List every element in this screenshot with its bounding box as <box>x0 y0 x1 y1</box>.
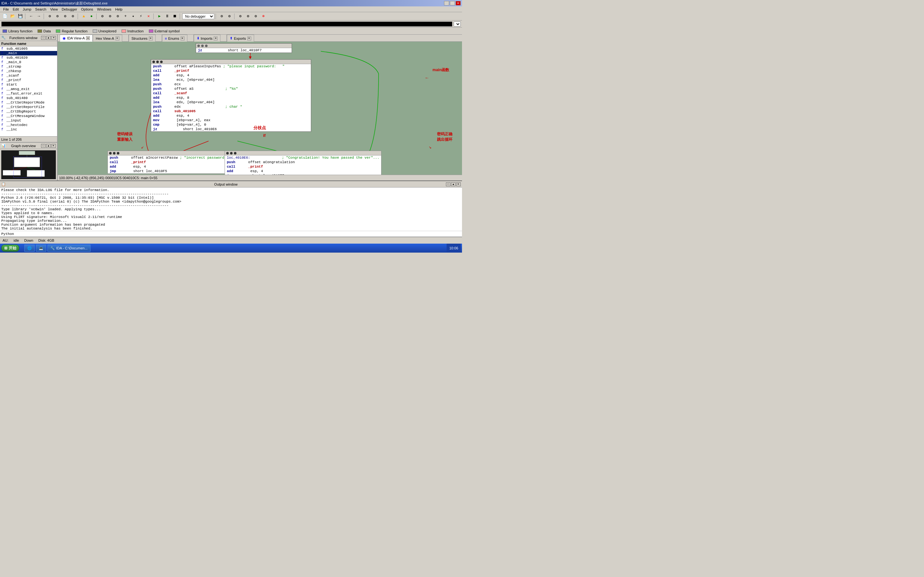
output-float-btn[interactable]: □ <box>446 182 451 186</box>
maximize-button[interactable]: □ <box>450 1 455 5</box>
func-item-crtsetreportfile[interactable]: f __CrtSetReportFile <box>0 105 57 109</box>
minimize-button[interactable]: _ <box>444 1 449 5</box>
func-item-inc[interactable]: f __inc <box>0 127 57 132</box>
tab-exports[interactable]: ⬆ Exports ✕ <box>227 35 254 42</box>
toolbar-btn3[interactable]: ⚙ <box>46 13 53 20</box>
taskbar-item-ida[interactable]: 🔧 IDA - C:\Documen... <box>47 245 90 251</box>
func-item-fasterror[interactable]: f __fast_error_exit <box>0 91 57 96</box>
toolbar-btn6[interactable]: ⚙ <box>69 13 76 20</box>
tab-close-enums[interactable]: ✕ <box>181 37 184 40</box>
menu-file[interactable]: File <box>1 7 11 12</box>
func-item-chkesp[interactable]: f _chkesp <box>0 69 57 73</box>
debugger-select[interactable]: No debugger <box>182 13 214 19</box>
func-item-sub401005[interactable]: f sub_401005 <box>0 47 57 51</box>
func-item-scanf[interactable]: f _scanf <box>0 73 57 78</box>
nav-select[interactable] <box>454 21 461 27</box>
output-input[interactable] <box>15 232 461 236</box>
c10: ; char * <box>181 105 242 109</box>
toolbar-pause[interactable]: ⏸ <box>164 13 171 20</box>
toolbar-btn16[interactable]: ⚙ <box>218 13 225 20</box>
func-item-start[interactable]: f start <box>0 82 57 87</box>
tab-ida-view-a[interactable]: ◉ IDA View-A ✕ <box>60 35 93 42</box>
o7: _scanf <box>172 91 187 95</box>
tab-close-struct[interactable]: ✕ <box>149 37 153 40</box>
toolbar-btn12[interactable]: + <box>122 13 129 20</box>
graph-float-btn[interactable]: □ <box>41 144 45 148</box>
func-item-sub401480[interactable]: f sub_401480 <box>0 96 57 100</box>
asm-line-r2: call _printf <box>225 164 381 169</box>
toolbar-btn7[interactable]: ▲ <box>80 13 87 20</box>
func-item-crtdbgreport[interactable]: f __CrtDbgReport <box>0 109 57 114</box>
legend-external-label: External symbol <box>155 29 180 33</box>
menu-options[interactable]: Options <box>79 7 95 12</box>
menu-edit[interactable]: Edit <box>11 7 21 12</box>
tab-structures[interactable]: Structures ✕ <box>129 35 156 42</box>
m6: push <box>153 87 172 91</box>
tab-enums[interactable]: ≡ Enums ✕ <box>162 35 187 42</box>
toolbar-play[interactable]: ▶ <box>156 13 163 20</box>
func-item-hextodec[interactable]: f __hextodec <box>0 123 57 127</box>
func-item-input[interactable]: f __input <box>0 118 57 123</box>
toolbar-btn14[interactable]: ⚡ <box>137 13 144 20</box>
output-max-btn[interactable]: ▲ <box>451 182 456 186</box>
toolbar-back[interactable]: ← <box>27 13 35 20</box>
panel-float-btn[interactable]: □ <box>41 36 45 40</box>
toolbar-btn11[interactable]: ⚙ <box>114 13 121 20</box>
toolbar-btn8[interactable]: ● <box>88 13 95 20</box>
nav-input[interactable] <box>1 21 452 27</box>
start-button[interactable]: ⊞ 开始 <box>1 245 19 251</box>
asm-line-r1: push offset aCongratulation <box>225 160 381 164</box>
tab-imports[interactable]: ⬇ Imports ✕ <box>194 35 221 42</box>
func-item-amsg[interactable]: f __amsg_exit <box>0 87 57 91</box>
toolbar-btn20[interactable]: ⚙ <box>252 13 259 20</box>
graph-max-btn[interactable]: ▲ <box>46 144 51 148</box>
func-item-printf[interactable]: f _printf <box>0 78 57 82</box>
tab-hex-view-a[interactable]: Hex View-A ✕ <box>93 35 122 42</box>
menu-search[interactable]: Search <box>33 7 48 12</box>
toolbar-forward[interactable]: → <box>35 13 42 20</box>
toolbar-btn18[interactable]: ⚙ <box>237 13 244 20</box>
toolbar-btn4[interactable]: ⚙ <box>54 13 61 20</box>
toolbar-new[interactable]: 📄 <box>1 13 8 20</box>
tab-close-imports[interactable]: ✕ <box>214 37 218 40</box>
menu-view[interactable]: View <box>48 7 60 12</box>
panel-max-btn[interactable]: ▲ <box>46 36 51 40</box>
toolbar-btn17[interactable]: ⚙ <box>226 13 233 20</box>
toolbar-btn21[interactable]: ⊗ <box>260 13 267 20</box>
toolbar-btn13[interactable]: ✦ <box>129 13 137 20</box>
graph-close-btn[interactable]: ✕ <box>51 144 56 148</box>
code-graph[interactable]: jz short loc_4010F7 push offset aPleaseI… <box>58 42 462 175</box>
toolbar-btn10[interactable]: ⚙ <box>107 13 113 20</box>
menu-debugger[interactable]: Debugger <box>60 7 79 12</box>
func-list[interactable]: f sub_401005 f _main f sub_401020 f _mai… <box>0 47 57 136</box>
func-item-main[interactable]: f _main <box>0 51 57 55</box>
func-item-crtmsgwindow[interactable]: f __CrtMessageWindow <box>0 114 57 118</box>
tab-close-exports[interactable]: ✕ <box>247 37 251 40</box>
taskbar: ⊞ 开始 🌐 💻 🔧 IDA - C:\Documen... 10:06 <box>0 243 462 253</box>
menu-help[interactable]: Help <box>113 7 124 12</box>
toolbar-stop[interactable]: ⏹ <box>171 13 178 20</box>
tab-close-hex[interactable]: ✕ <box>115 37 120 40</box>
start-icon: ⊞ <box>4 246 7 250</box>
func-item-crtsetreportmode[interactable]: f __CrtSetReportMode <box>0 100 57 105</box>
output-close-btn[interactable]: ✕ <box>456 182 461 186</box>
toolbar-btn5[interactable]: ⚙ <box>61 13 69 20</box>
toolbar-open[interactable]: 📂 <box>9 13 16 20</box>
close-button[interactable]: ✕ <box>456 1 461 5</box>
taskbar-item-browser[interactable]: 🌐 <box>24 245 35 251</box>
panel-close-btn[interactable]: ✕ <box>51 36 56 40</box>
toolbar-btn9[interactable]: ⚙ <box>99 13 106 20</box>
toolbar-save[interactable]: 💾 <box>17 13 24 20</box>
func-item-main0[interactable]: f _main_0 <box>0 60 57 64</box>
func-item-sub401020[interactable]: f sub_401020 <box>0 55 57 60</box>
toolbar-btn15[interactable]: ✕ <box>145 13 152 20</box>
menu-windows[interactable]: Windows <box>95 7 113 12</box>
func-icon: f <box>1 97 5 100</box>
tab-close-ida[interactable]: ✕ <box>86 36 90 40</box>
toolbar-btn19[interactable]: ⚙ <box>244 13 252 20</box>
menu-jump[interactable]: Jump <box>21 7 33 12</box>
taskbar-item-computer[interactable]: 💻 <box>36 245 46 251</box>
svg-line-6 <box>27 167 36 170</box>
main-layout: 🔧 Functions window □ ▲ ✕ Function name f… <box>0 35 462 181</box>
func-item-strcmp[interactable]: f _strcmp <box>0 64 57 69</box>
